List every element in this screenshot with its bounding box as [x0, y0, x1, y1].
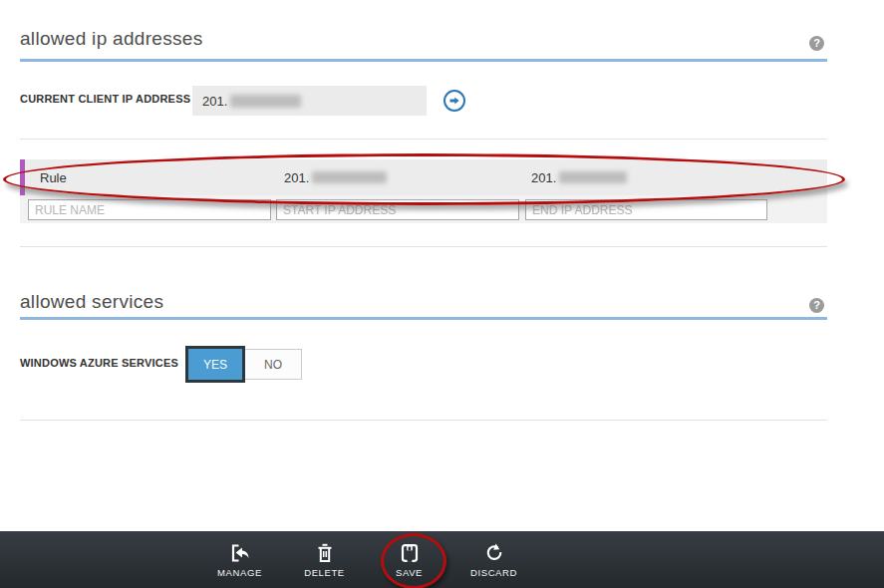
- current-client-ip-label: CURRENT CLIENT IP ADDRESS: [20, 93, 190, 105]
- redacted-ip: [559, 171, 627, 183]
- firewall-rule-row[interactable]: Rule 201. 201.: [20, 159, 827, 195]
- redacted-ip: [230, 95, 301, 108]
- ip-prefix: 201.: [284, 170, 309, 185]
- windows-azure-services-label: WINDOWS AZURE SERVICES: [20, 357, 178, 369]
- current-client-ip-field: 201.: [192, 86, 427, 116]
- start-ip-input[interactable]: [276, 199, 519, 220]
- toggle-no-button[interactable]: NO: [245, 349, 302, 380]
- ip-prefix: 201.: [531, 170, 556, 185]
- services-section-title: allowed services: [20, 291, 163, 313]
- rule-name-input[interactable]: [28, 199, 271, 220]
- delete-button[interactable]: SAVE DELETE: [282, 531, 367, 588]
- discard-button[interactable]: DISCARD: [451, 531, 536, 588]
- divider: [20, 139, 827, 140]
- command-label: DELETE: [304, 567, 345, 578]
- section-underline: [20, 59, 827, 62]
- manage-icon: [228, 542, 252, 564]
- rule-start-ip-cell: 201.: [284, 159, 387, 195]
- rule-end-ip-cell: 201.: [531, 159, 627, 195]
- add-client-ip-button[interactable]: [443, 90, 465, 112]
- rule-accent-bar: [20, 159, 25, 195]
- trash-icon: [314, 542, 336, 564]
- help-icon[interactable]: ?: [809, 298, 824, 313]
- divider: [20, 420, 827, 421]
- arrow-right-icon: [448, 95, 460, 107]
- redacted-ip: [312, 171, 387, 183]
- command-label: MANAGE: [217, 567, 262, 578]
- section-underline: [20, 317, 827, 320]
- divider: [20, 246, 827, 247]
- end-ip-input[interactable]: [525, 199, 767, 220]
- new-rule-row: [20, 195, 827, 223]
- command-bar: MANAGE SAVE DELETE SAV: [0, 531, 884, 588]
- command-label: DISCARD: [470, 567, 517, 578]
- save-button[interactable]: SAVE: [367, 531, 451, 588]
- command-label: SAVE: [396, 567, 423, 578]
- ip-section-title: allowed ip addresses: [20, 28, 202, 50]
- windows-azure-services-toggle: YES NO: [185, 346, 302, 383]
- save-icon: [399, 542, 421, 564]
- discard-icon: [483, 542, 505, 564]
- ip-prefix: 201.: [202, 94, 227, 109]
- allowed-ip-addresses-page: allowed ip addresses ? CURRENT CLIENT IP…: [0, 0, 884, 588]
- manage-button[interactable]: MANAGE: [197, 531, 282, 588]
- rule-name-cell: Rule: [40, 159, 67, 195]
- help-icon[interactable]: ?: [809, 36, 824, 51]
- toggle-yes-button[interactable]: YES: [185, 346, 245, 383]
- command-bar-items: MANAGE SAVE DELETE SAV: [197, 531, 536, 588]
